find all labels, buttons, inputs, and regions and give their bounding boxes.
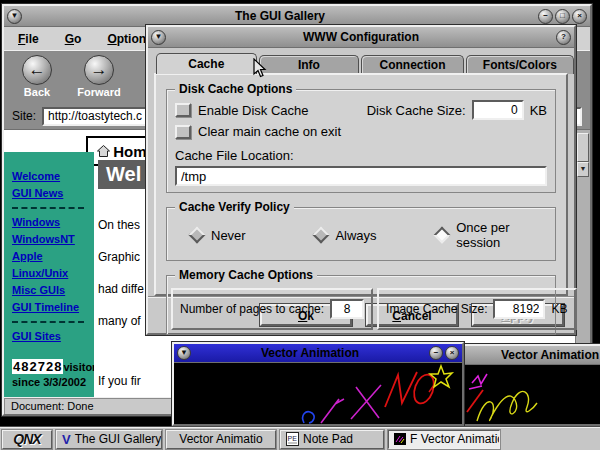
sidebar-divider	[12, 207, 84, 209]
voyager-icon: V	[62, 433, 71, 446]
maximize-button[interactable]: □	[555, 9, 570, 24]
vector-front-titlebar[interactable]: ▼ Vector Animation − ×	[174, 344, 462, 363]
checkbox-label: Enable Disk Cache	[198, 103, 309, 118]
sidebar-link-gui-sites[interactable]: GUI Sites	[12, 328, 90, 345]
enable-disk-cache-checkbox[interactable]: Enable Disk Cache	[175, 103, 309, 118]
cache-tab-panel: Disk Cache Options Enable Disk Cache Dis…	[154, 73, 568, 296]
taskbar-item-label: The GUI Gallery	[75, 432, 162, 446]
browser-title: The GUI Gallery	[25, 9, 535, 23]
taskbar-item-label: Note Pad	[303, 432, 353, 446]
vector-drawing	[174, 363, 462, 424]
window-menu-icon: ▼	[155, 33, 163, 41]
visitor-count-label: visitors	[63, 361, 94, 373]
taskbar-item-note-pad[interactable]: PE Note Pad	[280, 430, 384, 449]
scrollbar-down-button[interactable]: ▼	[577, 162, 589, 177]
radio-label: Never	[211, 228, 246, 243]
notepad-icon: PE	[286, 432, 299, 446]
minimize-button[interactable]: −	[538, 9, 553, 24]
menu-go[interactable]: Go	[65, 32, 82, 46]
tab-fonts-colors[interactable]: Fonts/Colors	[466, 55, 574, 74]
tab-connection[interactable]: Connection	[361, 55, 464, 74]
radio-once-per-session[interactable]: Once per session	[436, 220, 547, 250]
sidebar-divider	[12, 321, 84, 323]
tab-info[interactable]: Info	[259, 55, 360, 74]
pages-input[interactable]	[330, 299, 364, 319]
forward-label: Forward	[76, 85, 122, 99]
sidebar-link-windowsnt[interactable]: WindowsNT	[12, 231, 90, 248]
minimize-button[interactable]: −	[429, 346, 443, 360]
back-icon: ←	[22, 55, 52, 85]
image-cache-size-unit: KB	[551, 302, 567, 316]
pages-cache-subpanel: Number of pages to cache:	[171, 288, 373, 330]
window-menu-button[interactable]: ▼	[151, 30, 166, 45]
close-icon: ×	[450, 349, 455, 357]
taskbar-item-vector-animation-1[interactable]: Vector Animatio	[166, 430, 276, 449]
checkbox-box	[175, 125, 191, 139]
visitor-counter: 482728visitors	[12, 359, 90, 374]
help-button[interactable]: ?	[556, 30, 571, 45]
sidebar-link-welcome[interactable]: Welcome	[12, 168, 90, 185]
back-button[interactable]: ← Back	[14, 55, 60, 103]
taskbar-item-label: Vector Animatio	[179, 432, 262, 446]
scroll-down-icon: ▼	[580, 165, 587, 172]
back-label: Back	[14, 85, 60, 99]
minimize-icon: −	[543, 12, 548, 20]
radio-diamond-selected	[434, 227, 451, 244]
scrollbar-thumb[interactable]	[577, 133, 589, 162]
svg-text:PE: PE	[288, 435, 298, 442]
browser-titlebar[interactable]: ▼ The GUI Gallery − □ ×	[4, 6, 590, 27]
cache-file-location-input[interactable]	[175, 166, 547, 186]
sidebar-link-apple[interactable]: Apple	[12, 248, 90, 265]
taskbar: QNX V The GUI Gallery Vector Animatio PE…	[0, 427, 600, 450]
pages-label: Number of pages to cache:	[180, 302, 324, 316]
checkbox-label: Clear main cache on exit	[198, 124, 341, 139]
cache-file-location-label: Cache File Location:	[175, 148, 547, 163]
close-icon: ×	[577, 12, 582, 20]
sidebar-link-gui-timeline[interactable]: GUI Timeline	[12, 299, 90, 316]
group-legend: Cache Verify Policy	[175, 200, 294, 214]
image-cache-subpanel: Image Cache Size: KB	[377, 288, 576, 330]
page-sidebar: Welcome GUI News Windows WindowsNT Apple…	[4, 152, 94, 397]
disk-cache-size-label: Disk Cache Size:	[367, 103, 466, 118]
window-menu-button[interactable]: ▼	[177, 346, 191, 360]
tab-cache[interactable]: Cache	[156, 53, 257, 74]
site-label: Site:	[12, 109, 36, 123]
sidebar-link-gui-news[interactable]: GUI News	[12, 185, 90, 202]
qnx-launch-button[interactable]: QNX	[2, 430, 52, 449]
group-legend: Disk Cache Options	[175, 82, 296, 96]
status-text: Document: Done	[11, 400, 94, 412]
disk-cache-size-unit: KB	[530, 103, 547, 118]
image-cache-size-label: Image Cache Size:	[386, 302, 487, 316]
window-menu-icon: ▼	[11, 12, 19, 20]
clear-cache-on-exit-checkbox[interactable]: Clear main cache on exit	[175, 124, 547, 139]
dialog-tabs: Cache Info Connection Fonts/Colors	[148, 48, 574, 74]
close-button[interactable]: ×	[445, 346, 459, 360]
taskbar-item-label: F Vector Animatio	[410, 432, 500, 446]
cache-verify-policy-group: Cache Verify Policy Never Always Once pe…	[166, 207, 556, 261]
minimize-icon: −	[434, 349, 439, 357]
forward-button[interactable]: → Forward	[76, 55, 122, 103]
radio-label: Always	[335, 228, 376, 243]
dialog-titlebar[interactable]: ▼ WWW Configuration ?	[148, 27, 574, 48]
radio-diamond	[313, 227, 330, 244]
menu-file[interactable]: File	[18, 32, 39, 46]
window-menu-icon: ▼	[180, 349, 188, 357]
radio-diamond	[189, 227, 206, 244]
disk-cache-size-input[interactable]	[472, 100, 524, 120]
www-configuration-dialog: ▼ WWW Configuration ? Cache Info Connect…	[146, 25, 576, 335]
close-button[interactable]: ×	[572, 9, 587, 24]
radio-always[interactable]: Always	[315, 228, 436, 243]
taskbar-item-gui-gallery[interactable]: V The GUI Gallery	[56, 430, 162, 449]
sidebar-link-windows[interactable]: Windows	[12, 214, 90, 231]
radio-never[interactable]: Never	[191, 228, 315, 243]
image-cache-size-input[interactable]	[493, 299, 545, 319]
window-menu-button[interactable]: ▼	[7, 9, 22, 24]
vector-front-canvas	[174, 363, 462, 424]
radio-label: Once per session	[456, 220, 547, 250]
vector-front-title: Vector Animation	[194, 346, 426, 360]
taskbar-item-vector-animation-2[interactable]: F Vector Animatio	[388, 430, 500, 449]
page-heading: Wel	[98, 160, 149, 189]
sidebar-link-misc-guis[interactable]: Misc GUIs	[12, 282, 90, 299]
sidebar-link-linux-unix[interactable]: Linux/Unix	[12, 265, 90, 282]
qnx-logo: QNX	[13, 431, 40, 447]
